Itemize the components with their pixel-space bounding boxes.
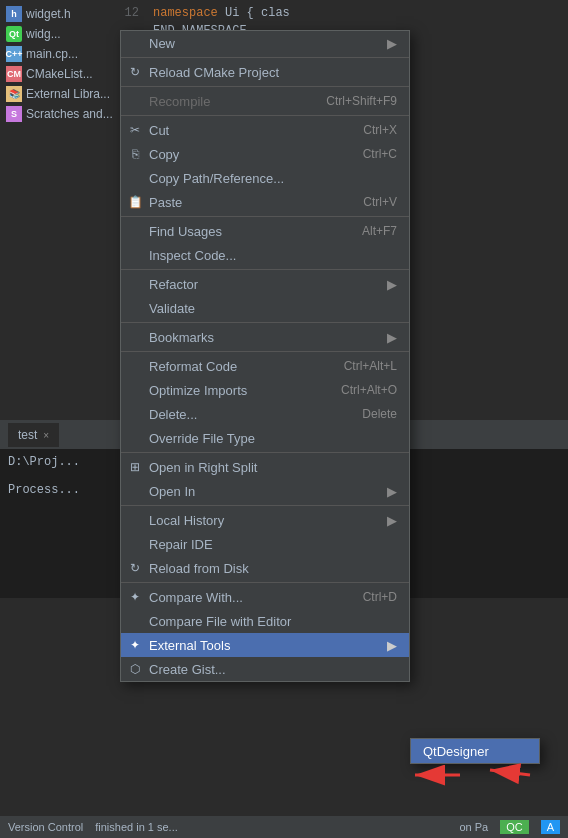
file-label-widget-h: widget.h [26,7,71,21]
menu-item-optimize-imports[interactable]: Optimize Imports Ctrl+Alt+O [121,378,409,402]
menu-item-delete[interactable]: Delete... Delete [121,402,409,426]
paste-icon: 📋 [127,194,143,210]
menu-label-validate: Validate [149,301,195,316]
file-item-widget-ui[interactable]: Qt widg... [0,24,115,44]
menu-item-repair-ide[interactable]: Repair IDE [121,532,409,556]
menu-item-copy-path[interactable]: Copy Path/Reference... [121,166,409,190]
menu-divider-10 [121,582,409,583]
menu-label-recompile: Recompile [149,94,210,109]
submenu-item-qtdesigner[interactable]: QtDesigner [411,739,539,763]
file-label-main-cpp: main.cp... [26,47,78,61]
file-icon-scratch: S [6,106,22,122]
arrow-icon-external-tools: ▶ [387,638,397,653]
menu-divider-3 [121,115,409,116]
compare-with-icon: ✦ [127,589,143,605]
status-version-control[interactable]: Version Control [8,821,83,833]
menu-label-bookmarks: Bookmarks [149,330,214,345]
file-icon-qt: Qt [6,26,22,42]
menu-item-reload-cmake[interactable]: ↻ Reload CMake Project [121,60,409,84]
menu-label-reload-cmake: Reload CMake Project [149,65,279,80]
menu-item-compare-file-editor[interactable]: Compare File with Editor [121,609,409,633]
menu-label-copy-path: Copy Path/Reference... [149,171,284,186]
menu-item-paste[interactable]: 📋 Paste Ctrl+V [121,190,409,214]
menu-item-create-gist[interactable]: ⬡ Create Gist... [121,657,409,681]
menu-divider-7 [121,351,409,352]
submenu-label-qtdesigner: QtDesigner [423,744,489,759]
arrow-icon-new: ▶ [387,36,397,51]
arrow-icon-local-history: ▶ [387,513,397,528]
open-right-split-icon: ⊞ [127,459,143,475]
code-line-1: namespace Ui { clas [153,4,560,22]
file-label-scratches: Scratches and... [26,107,113,121]
terminal-tab-label: test [18,428,37,442]
menu-label-local-history: Local History [149,513,224,528]
menu-item-new[interactable]: New ▶ [121,31,409,55]
menu-label-reload-disk: Reload from Disk [149,561,249,576]
file-icon-cpp: C++ [6,46,22,62]
menu-item-external-tools[interactable]: ✦ External Tools ▶ [121,633,409,657]
file-icon-cmake: CM [6,66,22,82]
menu-item-open-in[interactable]: Open In ▶ [121,479,409,503]
menu-item-reload-disk[interactable]: ↻ Reload from Disk [121,556,409,580]
status-a-badge[interactable]: A [541,820,560,834]
menu-item-open-right-split[interactable]: ⊞ Open in Right Split [121,455,409,479]
line-num-12: 12 [115,4,139,22]
status-bar: Version Control finished in 1 se... on P… [0,816,568,838]
menu-label-compare-file-editor: Compare File with Editor [149,614,291,629]
menu-item-bookmarks[interactable]: Bookmarks ▶ [121,325,409,349]
file-tree: h widget.h Qt widg... C++ main.cp... CM … [0,0,115,420]
terminal-tab-close[interactable]: × [43,430,49,441]
menu-label-inspect-code: Inspect Code... [149,248,236,263]
menu-label-new: New [149,36,175,51]
file-item-cmake[interactable]: CM CMakeList... [0,64,115,84]
menu-label-open-in: Open In [149,484,195,499]
menu-shortcut-copy: Ctrl+C [363,147,397,161]
file-label-cmake: CMakeList... [26,67,93,81]
copy-icon: ⎘ [127,146,143,162]
menu-label-find-usages: Find Usages [149,224,222,239]
create-gist-icon: ⬡ [127,661,143,677]
menu-label-optimize-imports: Optimize Imports [149,383,247,398]
menu-label-cut: Cut [149,123,169,138]
menu-item-inspect-code[interactable]: Inspect Code... [121,243,409,267]
menu-label-delete: Delete... [149,407,197,422]
menu-shortcut-find-usages: Alt+F7 [362,224,397,238]
menu-divider-4 [121,216,409,217]
menu-item-find-usages[interactable]: Find Usages Alt+F7 [121,219,409,243]
menu-item-refactor[interactable]: Refactor ▶ [121,272,409,296]
menu-label-repair-ide: Repair IDE [149,537,213,552]
file-label-ext: External Libra... [26,87,110,101]
menu-divider-2 [121,86,409,87]
status-qc-badge[interactable]: QC [500,820,529,834]
menu-divider-6 [121,322,409,323]
menu-label-copy: Copy [149,147,179,162]
menu-item-cut[interactable]: ✂ Cut Ctrl+X [121,118,409,142]
menu-item-override-file-type[interactable]: Override File Type [121,426,409,450]
terminal-tab-test[interactable]: test × [8,423,59,447]
menu-item-compare-with[interactable]: ✦ Compare With... Ctrl+D [121,585,409,609]
menu-shortcut-delete: Delete [362,407,397,421]
menu-label-refactor: Refactor [149,277,198,292]
arrow-icon-refactor: ▶ [387,277,397,292]
menu-divider-9 [121,505,409,506]
arrow-icon-open-in: ▶ [387,484,397,499]
reload-cmake-icon: ↻ [127,64,143,80]
file-item-external-libs[interactable]: 📚 External Libra... [0,84,115,104]
reload-disk-icon: ↻ [127,560,143,576]
menu-shortcut-optimize: Ctrl+Alt+O [341,383,397,397]
menu-shortcut-recompile: Ctrl+Shift+F9 [326,94,397,108]
file-icon-h: h [6,6,22,22]
file-item-scratches[interactable]: S Scratches and... [0,104,115,124]
menu-item-copy[interactable]: ⎘ Copy Ctrl+C [121,142,409,166]
menu-item-reformat-code[interactable]: Reformat Code Ctrl+Alt+L [121,354,409,378]
menu-item-local-history[interactable]: Local History ▶ [121,508,409,532]
arrow-icon-bookmarks: ▶ [387,330,397,345]
file-label-widget-ui: widg... [26,27,61,41]
menu-item-validate[interactable]: Validate [121,296,409,320]
menu-item-recompile[interactable]: Recompile Ctrl+Shift+F9 [121,89,409,113]
menu-shortcut-cut: Ctrl+X [363,123,397,137]
menu-label-external-tools: External Tools [149,638,230,653]
menu-label-open-right-split: Open in Right Split [149,460,257,475]
file-item-main-cpp[interactable]: C++ main.cp... [0,44,115,64]
file-item-widget-h[interactable]: h widget.h [0,4,115,24]
